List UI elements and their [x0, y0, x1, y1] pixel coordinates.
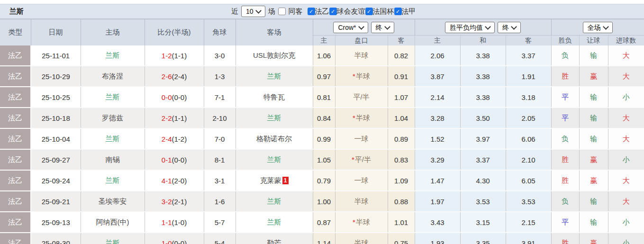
handicap-cell: 半球 — [335, 45, 388, 66]
col-header-type: 类型 — [0, 19, 31, 46]
table-row: 法乙25-09-24兰斯4-1(2-0)3-1克莱蒙10.79一球1.091.4… — [0, 170, 644, 191]
home-team-cell: 兰斯 — [81, 45, 145, 66]
avg-home-cell: 3.29 — [415, 149, 460, 170]
halftime-score: (1-1) — [172, 114, 187, 122]
avg-away-cell: 6.05 — [506, 170, 551, 191]
fulltime-select[interactable]: 全场 — [583, 22, 613, 33]
avg-draw-cell: 3.53 — [460, 191, 506, 212]
result-handicap-cell: 赢 — [579, 170, 608, 191]
handicap-cell: *平/半 — [335, 149, 388, 170]
recent-count-value: 10 — [246, 7, 254, 16]
away-team-cell: USL敦刻尔克 — [236, 45, 313, 66]
away-team-cell: 兰斯 — [236, 149, 313, 170]
result-goals-cell: 大 — [608, 108, 644, 128]
handicap-cell: *半球 — [335, 212, 388, 233]
score-cell: 1-1(1-0) — [145, 212, 204, 233]
table-row: 法乙25-09-13阿纳西(中)1-1(1-0)5-7兰斯0.87*半球1.01… — [0, 212, 644, 233]
avg-home-cell: 3.28 — [415, 108, 460, 128]
result-wdl-cell: 平 — [551, 87, 579, 108]
avg-away-cell: 3.18 — [506, 87, 551, 108]
avg-away-cell: 2.10 — [506, 149, 551, 170]
bookmaker-select[interactable]: Crow* — [333, 22, 368, 33]
home-team-cell: 阿纳西(中) — [81, 212, 145, 233]
handicap-cell: 半球 — [335, 233, 388, 244]
league-label: 法乙 — [315, 7, 329, 16]
home-team-name: 圣埃蒂安 — [99, 197, 127, 205]
home-team-name: 罗德兹 — [102, 114, 123, 122]
date-cell: 25-11-01 — [31, 45, 81, 66]
match-history-panel: 兰斯 近 10 场 同客 ✓法乙✓球会友谊✓法国杯✓法甲 类型 日期 主场 — [0, 0, 644, 244]
table-row: 法乙25-10-25兰斯0-0(0-0)7-1特鲁瓦0.81平/半1.072.1… — [0, 87, 644, 108]
subcol-avg-draw: 和 — [460, 36, 506, 46]
col-header-home: 主场 — [81, 19, 145, 46]
bookmaker-stage-select[interactable]: 终 — [371, 22, 394, 33]
league-checkbox[interactable]: ✓ — [329, 8, 337, 15]
odds-away-cell: 0.82 — [388, 45, 415, 66]
date-cell: 25-09-24 — [31, 170, 81, 191]
fulltime-score: 0-0 — [162, 93, 172, 101]
home-team-cell: 南锡 — [81, 149, 145, 170]
home-team-cell: 布洛涅 — [81, 66, 145, 87]
league-filter-item: ✓法乙 — [308, 7, 329, 16]
league-checkbox[interactable]: ✓ — [394, 8, 402, 15]
recent-count-select[interactable]: 10 — [241, 6, 265, 17]
halftime-score: (2-0) — [172, 177, 187, 185]
home-team-cell: 兰斯 — [81, 87, 145, 108]
date-cell: 25-10-29 — [31, 66, 81, 87]
avg-draw-cell: 3.97 — [460, 128, 506, 149]
odds-home-cell: 0.81 — [313, 87, 335, 108]
avg-home-cell: 2.14 — [415, 87, 460, 108]
average-stage-select[interactable]: 终 — [498, 22, 521, 33]
away-team-cell: 特鲁瓦 — [236, 87, 313, 108]
chevron-down-icon — [603, 24, 609, 30]
home-team-name: 兰斯 — [106, 135, 120, 143]
score-cell: 2-4(1-2) — [145, 128, 204, 149]
star-marker: * — [353, 72, 355, 80]
fulltime-score: 3-2 — [162, 198, 172, 206]
col-header-away: 客场 — [236, 19, 313, 46]
corner-cell: 8-1 — [204, 149, 236, 170]
avg-away-cell: 3.53 — [506, 191, 551, 212]
corner-cell: 1-3 — [204, 66, 236, 87]
league-label: 球会友谊 — [337, 7, 365, 16]
result-handicap-cell: 输 — [579, 191, 608, 212]
same-away-checkbox[interactable] — [278, 8, 286, 15]
result-goals-cell: 小 — [608, 212, 644, 233]
handicap-name: 半球 — [356, 218, 370, 226]
odds-away-cell: 0.83 — [388, 149, 415, 170]
date-cell: 25-10-18 — [31, 108, 81, 128]
avg-away-cell: 3.91 — [506, 233, 551, 244]
handicap-name: 半球 — [356, 114, 370, 122]
subcol-avg-home: 主 — [415, 36, 460, 46]
games-label: 场 — [268, 7, 275, 16]
result-handicap-cell: 赢 — [579, 66, 608, 87]
handicap-name: 半球 — [354, 197, 369, 205]
odds-home-cell: 1.05 — [313, 149, 335, 170]
home-team-cell: 兰斯 — [81, 128, 145, 149]
result-wdl-cell: 平 — [551, 212, 579, 233]
league-checkbox[interactable]: ✓ — [308, 8, 315, 15]
match-table-body: 法乙25-11-01兰斯1-2(1-1)3-0USL敦刻尔克1.06半球0.82… — [0, 45, 644, 244]
chevron-down-icon — [384, 24, 390, 30]
halftime-score: (1-0) — [172, 218, 187, 226]
col-header-date: 日期 — [31, 19, 81, 46]
league-label: 法国杯 — [373, 7, 394, 16]
filter-controls: 近 10 场 同客 ✓法乙✓球会友谊✓法国杯✓法甲 — [231, 4, 416, 18]
result-handicap-cell: 输 — [579, 108, 608, 128]
title-bar: 兰斯 近 10 场 同客 ✓法乙✓球会友谊✓法国杯✓法甲 — [0, 4, 644, 19]
result-wdl-cell: 胜 — [551, 170, 579, 191]
chevron-down-icon — [485, 24, 491, 30]
subcol-avg-away: 客 — [506, 36, 551, 46]
result-goals-cell: 大 — [608, 45, 644, 66]
corner-cell: 5-4 — [204, 233, 236, 244]
table-row: 法乙25-10-18罗德兹2-2(1-1)2-10兰斯0.84*半球1.043.… — [0, 108, 644, 128]
league-checkbox[interactable]: ✓ — [365, 8, 373, 15]
handicap-cell: 一球 — [335, 170, 388, 191]
handicap-name: 半球 — [356, 72, 370, 80]
league-type-cell: 法乙 — [0, 191, 31, 212]
avg-home-cell: 3.43 — [415, 212, 460, 233]
average-odds-select[interactable]: 胜平负均值 — [445, 22, 495, 33]
away-team-cell: 兰斯 — [236, 212, 313, 233]
odds-home-cell: 1.14 — [313, 233, 335, 244]
avg-draw-cell: 4.30 — [460, 170, 506, 191]
